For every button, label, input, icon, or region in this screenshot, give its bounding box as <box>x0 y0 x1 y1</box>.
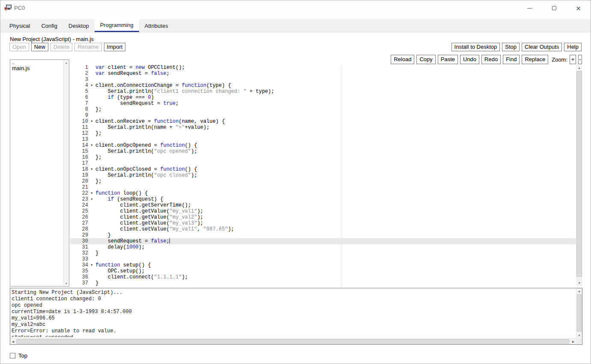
new-button[interactable]: New <box>31 43 48 51</box>
console-hscrollbar[interactable]: ◀ ▶ <box>10 338 576 344</box>
code-line-30[interactable]: 30 sendRequest = false; <box>70 238 576 244</box>
line-number: 29 <box>70 232 88 238</box>
code-line-37[interactable]: 37} <box>70 280 576 286</box>
fold-arrow-icon[interactable]: ▾ <box>88 196 95 202</box>
code-text: Serial.println("client1 connection chang… <box>95 89 576 95</box>
delete-button[interactable]: Delete <box>50 43 73 51</box>
fold-arrow-icon[interactable]: ▾ <box>88 142 95 148</box>
code-text <box>95 77 576 83</box>
code-line-20[interactable]: 20}; <box>70 178 576 184</box>
open-button[interactable]: Open <box>9 43 29 51</box>
fold-arrow-icon[interactable]: ▾ <box>88 118 95 124</box>
code-line-26[interactable]: 26 client.getValue("my_val2"); <box>70 214 576 220</box>
code-line-9[interactable]: 9 <box>70 112 576 118</box>
copy-button[interactable]: Copy <box>416 55 435 64</box>
code-line-31[interactable]: 31 delay(1000); <box>70 244 576 250</box>
install-to-desktop-button[interactable]: Install to Desktop <box>451 43 500 51</box>
code-line-18[interactable]: 18▾client.onOpcClosed = function() { <box>70 166 576 172</box>
code-line-17[interactable]: 17 <box>70 160 576 166</box>
fold-arrow-icon[interactable]: ▾ <box>88 262 95 268</box>
import-button[interactable]: Import <box>104 43 126 51</box>
line-number: 37 <box>70 280 88 286</box>
stop-button[interactable]: Stop <box>502 43 520 51</box>
scroll-up-icon[interactable]: ▲ <box>576 65 582 71</box>
code-line-24[interactable]: 24 client.getServerTime(); <box>70 202 576 208</box>
line-number: 26 <box>70 214 88 220</box>
help-button[interactable]: Help <box>564 43 582 51</box>
tab-attributes[interactable]: Attributes <box>139 19 174 32</box>
code-line-6[interactable]: 6 if (type === 0) <box>70 95 576 101</box>
minimize-button[interactable] <box>517 0 542 16</box>
code-line-16[interactable]: 16}; <box>70 154 576 160</box>
scroll-down-icon[interactable]: ▼ <box>576 333 582 338</box>
undo-button[interactable]: Undo <box>460 55 479 64</box>
code-line-4[interactable]: 4▾client.onConnectionChange = function(t… <box>70 83 576 89</box>
fold-arrow-icon[interactable]: ▾ <box>88 83 95 89</box>
scroll-right-icon[interactable]: ▶ <box>570 339 576 344</box>
code-line-19[interactable]: 19 Serial.println("opc closed"); <box>70 172 576 178</box>
code-line-12[interactable]: 12}; <box>70 130 576 136</box>
code-line-14[interactable]: 14▾client.onOpcOpened = function() { <box>70 142 576 148</box>
fold-spacer <box>88 107 95 112</box>
file-panel-scrollbar[interactable]: ▲ ▼ <box>63 60 69 286</box>
tab-config[interactable]: Config <box>36 19 63 32</box>
editor-scroll-thumb[interactable] <box>576 71 582 277</box>
code-line-28[interactable]: 28 client.setValue("my_val1", "987.65"); <box>70 226 576 232</box>
code-line-23[interactable]: 23▾ if (sendRequest) { <box>70 196 576 202</box>
console-hscroll-thumb[interactable] <box>16 339 569 344</box>
code-line-35[interactable]: 35 OPC.setup(); <box>70 268 576 274</box>
console-vscrollbar[interactable]: ▲ ▼ <box>576 288 582 338</box>
code-line-10[interactable]: 10▾client.onReceive = function(name, val… <box>70 118 576 124</box>
fold-arrow-icon[interactable]: ▾ <box>88 190 95 196</box>
paste-button[interactable]: Paste <box>438 55 458 64</box>
code-line-1[interactable]: 1var client = new OPCClient(); <box>70 65 576 71</box>
close-button[interactable]: ✕ <box>566 0 591 16</box>
top-checkbox-row: Top <box>10 352 27 359</box>
redo-button[interactable]: Redo <box>481 55 501 64</box>
console-vscroll-thumb[interactable] <box>577 294 582 331</box>
code-line-22[interactable]: 22▾function loop() { <box>70 190 576 196</box>
code-line-5[interactable]: 5 Serial.println("client1 connection cha… <box>70 89 576 95</box>
scroll-left-icon[interactable]: ◀ <box>10 339 16 344</box>
code-line-13[interactable]: 13 <box>70 136 576 142</box>
code-line-33[interactable]: 33 <box>70 256 576 262</box>
reload-button[interactable]: Reload <box>391 55 414 64</box>
replace-button[interactable]: Replace <box>522 55 548 64</box>
code-line-15[interactable]: 15 Serial.println("opc opened"); <box>70 148 576 154</box>
code-line-27[interactable]: 27 client.getValue("my_val3"); <box>70 220 576 226</box>
editor-toolbar-buttons: ReloadCopyPasteUndoRedoFindReplace <box>391 55 548 64</box>
scroll-up-icon[interactable]: ▲ <box>64 60 69 65</box>
editor-scrollbar[interactable]: ▲ ▼ <box>576 65 582 286</box>
tab-desktop[interactable]: Desktop <box>63 19 95 32</box>
code-line-25[interactable]: 25 client.getValue("my_val1"); <box>70 208 576 214</box>
file-item-[interactable]: .. <box>10 60 63 65</box>
code-line-29[interactable]: 29 } <box>70 232 576 238</box>
scroll-down-icon[interactable]: ▼ <box>576 280 582 286</box>
code-line-8[interactable]: 8}; <box>70 107 576 112</box>
code-line-32[interactable]: 32} <box>70 250 576 256</box>
fold-arrow-icon[interactable]: ▾ <box>88 166 95 172</box>
code-text <box>95 112 576 118</box>
scroll-up-icon[interactable]: ▲ <box>576 288 582 294</box>
zoom-in-button[interactable]: + <box>570 55 576 64</box>
file-item-main-js[interactable]: main.js <box>10 65 63 71</box>
scroll-down-icon[interactable]: ▼ <box>64 281 69 286</box>
code-line-21[interactable]: 21 <box>70 184 576 190</box>
code-line-34[interactable]: 34▾function setup() { <box>70 262 576 268</box>
find-button[interactable]: Find <box>503 55 520 64</box>
line-number: 9 <box>70 112 88 118</box>
tab-physical[interactable]: Physical <box>4 19 36 32</box>
maximize-button[interactable] <box>542 0 566 16</box>
zoom-out-button[interactable]: - <box>578 55 582 64</box>
top-checkbox[interactable] <box>10 353 15 358</box>
tab-programming[interactable]: Programming <box>95 19 139 32</box>
code-line-2[interactable]: 2var sendRequest = false; <box>70 71 576 77</box>
rename-button[interactable]: Rename <box>74 43 101 51</box>
code-line-11[interactable]: 11 Serial.println(name + "="+value); <box>70 124 576 130</box>
code-line-36[interactable]: 36 client.connect("1.1.1.1"); <box>70 274 576 280</box>
code-editor[interactable]: 1var client = new OPCClient();2var sendR… <box>70 65 576 286</box>
clear-outputs-button[interactable]: Clear Outputs <box>522 43 562 51</box>
code-line-7[interactable]: 7 sendRequest = true; <box>70 101 576 107</box>
code-text <box>95 136 576 142</box>
code-line-3[interactable]: 3 <box>70 77 576 83</box>
